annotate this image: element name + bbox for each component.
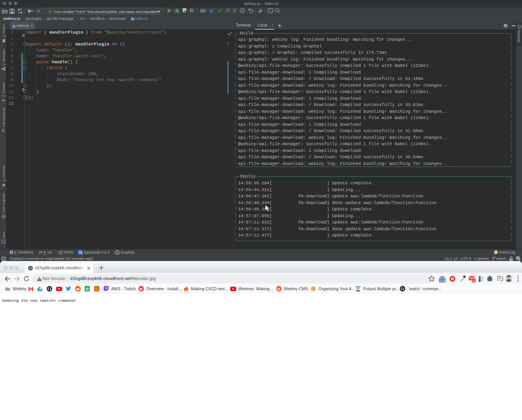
svg-text:5: 5 [473,279,475,282]
svg-text:W: W [277,287,280,291]
svg-text:TS: TS [13,25,15,27]
svg-text:G: G [495,251,497,254]
svg-text:λ: λ [95,287,97,291]
svg-text:W: W [139,287,143,291]
svg-text:2.26: 2.26 [440,279,446,282]
svg-text:TS: TS [131,18,134,21]
